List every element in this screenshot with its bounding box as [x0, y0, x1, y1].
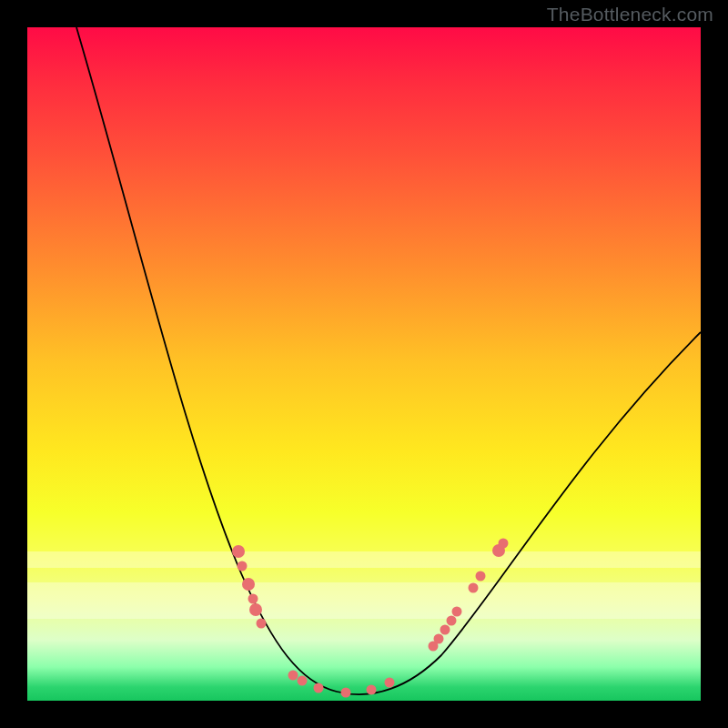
marker	[452, 607, 462, 617]
marker	[447, 616, 457, 626]
chart-svg	[27, 27, 701, 701]
marker	[238, 561, 248, 571]
marker	[257, 619, 267, 629]
marker	[232, 545, 245, 558]
bottleneck-curve	[76, 27, 701, 694]
marker	[341, 688, 351, 698]
marker	[469, 583, 479, 593]
marker	[298, 676, 308, 686]
marker	[385, 678, 395, 688]
marker-group	[232, 539, 509, 698]
marker	[249, 603, 262, 616]
marker	[314, 683, 324, 693]
marker	[434, 634, 444, 644]
marker	[288, 671, 298, 681]
marker	[440, 625, 450, 635]
watermark-text: TheBottleneck.com	[547, 4, 713, 25]
marker	[242, 578, 255, 591]
marker	[367, 685, 377, 695]
plot-frame	[27, 27, 701, 701]
marker	[248, 594, 258, 604]
marker	[476, 571, 486, 581]
marker	[499, 539, 509, 549]
